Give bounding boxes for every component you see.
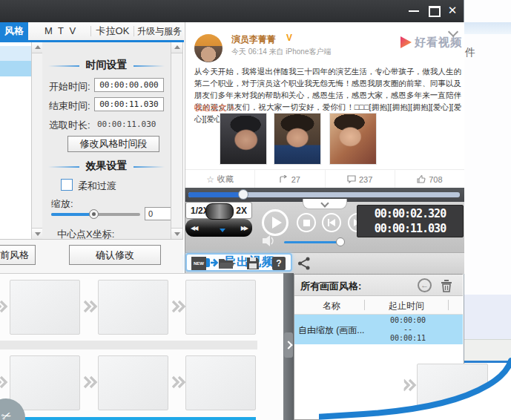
scroll-up-button[interactable] (171, 42, 182, 53)
duration-value: 00:00:11.030 (97, 119, 156, 129)
open-folder-icon[interactable] (218, 257, 234, 270)
style-list (0, 42, 32, 239)
storyboard (0, 273, 294, 420)
zoom-slider-handle[interactable] (89, 209, 99, 219)
style-row-start: 00:00:00 (378, 316, 438, 325)
tab-style[interactable]: 风格 (0, 22, 28, 40)
like-count: 708 (429, 175, 442, 184)
tab-karaoke[interactable]: 卡拉OK (92, 22, 133, 40)
maximize-icon[interactable] (429, 6, 441, 17)
tab-upgrade-service[interactable]: 升级与服务 (135, 22, 184, 40)
storyboard-thumbnail[interactable] (10, 280, 80, 335)
like-icon (417, 175, 426, 183)
storyboard-thumbnail[interactable] (10, 355, 80, 410)
favorite-label: 收藏 (217, 174, 234, 185)
video-preview: 演员李菁菁 V 今天 06:14 来自 iPhone客户端 好看视频 从今天开始… (185, 22, 464, 188)
seek-handle[interactable] (238, 189, 248, 200)
column-separator (448, 300, 449, 310)
collapse-full-text-link[interactable]: 收起全文 ∧ (194, 102, 236, 114)
start-time-label: 开始时间: (49, 80, 90, 93)
stats-comment[interactable]: 237 (325, 170, 395, 188)
decor-line (48, 166, 79, 168)
zoom-value-input[interactable]: 0 (145, 207, 171, 220)
share-icon[interactable] (297, 257, 311, 270)
style-row-sep: -- (378, 325, 438, 334)
time-display: 00:00:02.320 00:00:11.030 (357, 205, 464, 237)
chevron-right-icon (284, 341, 292, 349)
comment-count: 237 (359, 175, 372, 184)
toolbar: NEW ? 导出视频 (185, 252, 464, 274)
decor-line (48, 65, 79, 67)
tab-bar: 风格 M T V 卡拉OK 升级与服务 (0, 22, 184, 40)
stats-like[interactable]: 708 (395, 170, 464, 188)
decor-line (133, 65, 165, 67)
storyboard-thumbnail[interactable] (98, 280, 168, 335)
page-block (464, 295, 511, 339)
stats-favorite[interactable]: ☆ 收藏 (185, 170, 254, 188)
storyboard-thumbnail[interactable] (98, 355, 168, 410)
prev-frame-icon (329, 219, 335, 226)
end-time-label: 结束时间: (49, 99, 90, 113)
comment-icon (347, 175, 356, 183)
volume-handle[interactable] (336, 237, 345, 246)
scroll-down-button[interactable] (32, 228, 43, 239)
total-time: 00:00:11.030 (357, 221, 463, 236)
scroll-down-button[interactable] (171, 228, 182, 239)
panel-splitter[interactable] (283, 273, 294, 420)
prev-style-button[interactable]: 前风格 (0, 245, 36, 265)
prev-frame-button[interactable] (322, 213, 341, 232)
column-header-name: 名称 (323, 300, 340, 312)
close-icon[interactable]: ✕ (446, 4, 459, 17)
end-time-input[interactable] (94, 97, 164, 111)
weibo-photo-1[interactable] (220, 113, 267, 165)
style-list-item[interactable] (0, 46, 31, 61)
play-button[interactable] (262, 209, 289, 236)
weibo-meta: 今天 06:14 来自 iPhone客户端 (231, 47, 332, 57)
sequence-arrow-icon (0, 375, 9, 390)
new-project-icon[interactable]: NEW (191, 257, 206, 270)
start-time-input[interactable] (94, 78, 164, 92)
jog-knob[interactable] (205, 203, 234, 220)
player-controls: 1/2X 1X 2X ◀◀ ▶▶ 00:00:02.320 (185, 202, 464, 252)
repost-count: 27 (291, 175, 300, 184)
stop-button[interactable] (297, 213, 316, 232)
panel-collapse-handle[interactable] (284, 332, 293, 358)
soft-transition-checkbox[interactable] (61, 179, 73, 191)
undo-icon[interactable]: ← (418, 278, 432, 292)
scrollbar-settings[interactable] (171, 42, 183, 239)
timeline-accent-line (0, 417, 256, 420)
help-icon[interactable]: ? (272, 257, 286, 270)
star-icon: ☆ (206, 175, 214, 184)
style-list-selected-item[interactable] (0, 61, 31, 76)
volume-slider[interactable] (284, 241, 343, 243)
collapse-tab[interactable] (303, 199, 347, 209)
speed-marker-down-icon (220, 229, 225, 232)
modify-style-period-button[interactable]: 修改风格时间段 (67, 136, 159, 152)
haokan-play-icon (398, 35, 413, 53)
center-x-label: 中心点X坐标: (57, 228, 114, 239)
weibo-username: 演员李菁菁 (231, 33, 276, 46)
weibo-photo-3[interactable] (329, 113, 377, 165)
save-icon[interactable] (246, 257, 260, 270)
storyboard-thumbnail[interactable] (185, 355, 256, 410)
current-time: 00:00:02.320 (357, 206, 463, 221)
volume-icon[interactable] (263, 235, 279, 246)
speed-double-button[interactable]: 2X (236, 206, 247, 216)
confirm-modify-button[interactable]: 确认修改 (69, 245, 161, 265)
sequence-arrow-icon (82, 375, 99, 390)
trash-icon[interactable] (441, 279, 452, 292)
storyboard-thumbnail[interactable] (185, 280, 256, 335)
jog-wheel[interactable]: ◀◀ ▶▶ (185, 219, 252, 237)
styles-panel-title: 所有画面风格: (300, 280, 361, 293)
play-icon (272, 217, 282, 229)
tab-separator (90, 26, 91, 36)
scroll-up-button[interactable] (32, 42, 43, 53)
weibo-photo-2[interactable] (274, 113, 321, 165)
tab-mtv[interactable]: M T V (33, 22, 89, 40)
stop-icon (303, 220, 310, 226)
repost-icon (280, 175, 289, 183)
stats-repost[interactable]: 27 (254, 170, 324, 188)
column-separator (364, 300, 365, 310)
minimize-icon[interactable] (409, 10, 419, 12)
zoom-slider-fill (51, 213, 94, 216)
